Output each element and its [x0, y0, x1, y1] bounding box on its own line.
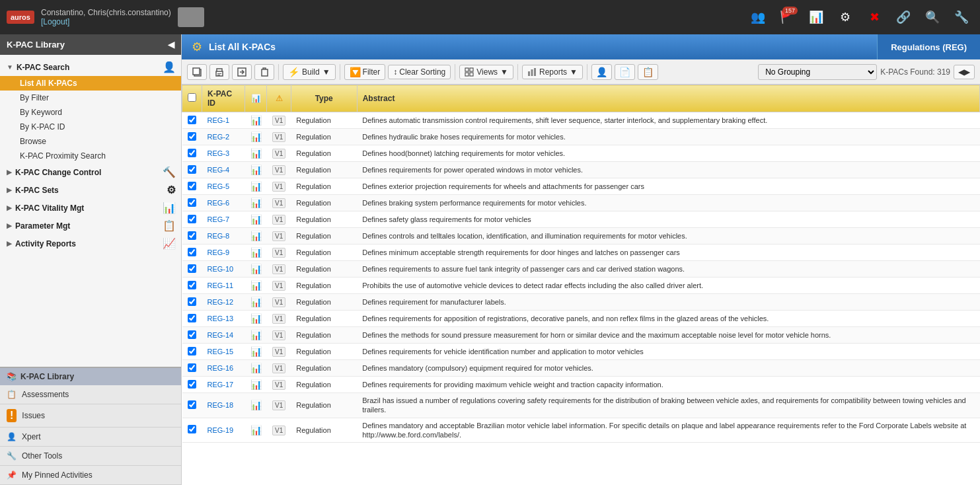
build-dropdown[interactable]: ⚡ Build ▼: [283, 64, 336, 80]
share-icon[interactable]: 🔗: [891, 5, 915, 29]
row-checkbox[interactable]: [188, 281, 196, 289]
sidebar-collapse-icon[interactable]: ◀: [168, 40, 174, 50]
kpac-id-link[interactable]: REG-13: [207, 315, 234, 322]
kpac-id-link[interactable]: REG-6: [207, 199, 230, 207]
row-checkbox[interactable]: [188, 132, 196, 141]
row-checkbox[interactable]: [188, 198, 196, 207]
row-checkbox[interactable]: [188, 215, 196, 223]
kpac-library-icon: 📚: [7, 372, 17, 381]
kpac-id-link[interactable]: REG-10: [207, 265, 234, 273]
row-checkbox[interactable]: [188, 347, 196, 355]
clear-sorting-button[interactable]: ↕ Clear Sorting: [388, 65, 451, 79]
sidebar-item-by-keyword[interactable]: By Keyword: [0, 105, 181, 120]
sidebar-item-other-tools[interactable]: 🔧 Other Tools: [0, 447, 181, 466]
doc2-button[interactable]: 📋: [638, 64, 658, 80]
narrow-icon: ◀▶: [958, 67, 970, 77]
sidebar-item-kpac-search[interactable]: ▼ K-PAC Search 👤: [0, 58, 181, 76]
grouping-select[interactable]: No Grouping By Type By Status: [758, 64, 877, 80]
kpac-id-cell: REG-14: [202, 327, 245, 344]
sidebar-item-browse[interactable]: Browse: [0, 134, 181, 149]
kpac-id-link[interactable]: REG-19: [207, 426, 234, 434]
chart-icon[interactable]: 📊: [804, 5, 828, 29]
row-ktype-cell: Regulation: [291, 129, 357, 145]
sidebar-item-parameter-mgt[interactable]: ▶ Parameter Mgt 📋: [0, 217, 181, 235]
row-flag-cell: 📊: [245, 228, 267, 244]
logout-link[interactable]: [Logout]: [41, 17, 69, 26]
sidebar-item-kpac-vitality-mgt[interactable]: ▶ K-PAC Vitality Mgt 📊: [0, 199, 181, 217]
kpac-id-link[interactable]: REG-18: [207, 401, 234, 409]
v1-badge: V1: [272, 347, 285, 357]
doc-button[interactable]: 📄: [615, 64, 635, 80]
row-checkbox[interactable]: [188, 165, 196, 174]
sidebar-item-kpac-change-control[interactable]: ▶ K-PAC Change Control 🔨: [0, 163, 181, 181]
kpac-id-link[interactable]: REG-3: [207, 149, 230, 157]
search-zoom-icon[interactable]: 🔍: [921, 5, 944, 29]
kpac-id-link[interactable]: REG-4: [207, 166, 230, 174]
kpac-id-link[interactable]: REG-11: [207, 281, 234, 289]
row-checkbox[interactable]: [188, 400, 196, 409]
row-checkbox[interactable]: [188, 116, 196, 124]
print-button[interactable]: [209, 64, 229, 80]
kpac-id-cell: REG-4: [202, 162, 245, 178]
kpac-id-link[interactable]: REG-7: [207, 215, 230, 223]
row-checkbox[interactable]: [188, 363, 196, 372]
row-checkbox[interactable]: [188, 248, 196, 256]
copy-button[interactable]: [187, 64, 207, 80]
kpac-id-link[interactable]: REG-17: [207, 381, 234, 389]
row-flag-icon: 📊: [250, 280, 262, 291]
kpac-id-link[interactable]: REG-16: [207, 364, 234, 372]
kpac-id-link[interactable]: REG-12: [207, 298, 234, 306]
row-checkbox[interactable]: [188, 149, 196, 157]
row-checkbox[interactable]: [188, 330, 196, 339]
export-button[interactable]: [232, 64, 252, 80]
table-container[interactable]: K-PAC ID 📊 ⚠ Type Abstract REG-1 📊: [182, 85, 980, 485]
sidebar-item-kpac-proximity-search[interactable]: K-PAC Proximity Search: [0, 149, 181, 163]
row-flag-cell: 📊: [245, 211, 267, 228]
sidebar-item-kpac-sets[interactable]: ▶ K-PAC Sets ⚙: [0, 181, 181, 199]
row-flag-icon: 📊: [250, 264, 262, 274]
kpac-id-link[interactable]: REG-5: [207, 182, 230, 190]
user-action-button[interactable]: 👤: [591, 64, 612, 80]
paste-button[interactable]: [254, 64, 274, 80]
reports-dropdown[interactable]: Reports ▼: [522, 65, 583, 79]
row-checkbox[interactable]: [188, 182, 196, 190]
kpac-id-link[interactable]: REG-2: [207, 133, 230, 141]
row-checkbox[interactable]: [188, 264, 196, 273]
row-checkbox[interactable]: [188, 425, 196, 433]
sidebar-item-list-all-kpacs[interactable]: List All K-PACs: [0, 76, 181, 91]
red-x-icon[interactable]: ✖: [862, 5, 886, 29]
build-label: Build: [302, 67, 320, 77]
filter-button[interactable]: 🔽 Filter: [344, 64, 386, 80]
row-abstract-cell: Defines requirements for apposition of r…: [357, 311, 979, 327]
table-row: REG-15 📊 V1 Regulation Defines requireme…: [182, 344, 980, 360]
row-checkbox[interactable]: [188, 297, 196, 306]
select-all-checkbox[interactable]: [188, 93, 196, 102]
sidebar-item-pinned-activities[interactable]: 📌 My Pinned Activities: [0, 466, 181, 485]
sidebar-item-by-filter[interactable]: By Filter: [0, 91, 181, 105]
kpac-id-link[interactable]: REG-9: [207, 248, 230, 256]
row-flag-cell: 📊: [245, 244, 267, 261]
row-flag-cell: 📊: [245, 178, 267, 195]
sidebar-item-by-kpac-id[interactable]: By K-PAC ID: [0, 120, 181, 134]
row-checkbox[interactable]: [188, 380, 196, 389]
sidebar-item-activity-reports[interactable]: ▶ Activity Reports 📈: [0, 235, 181, 252]
kpac-id-link[interactable]: REG-14: [207, 331, 234, 339]
sidebar-item-xpert[interactable]: 👤 Xpert: [0, 428, 181, 447]
kpac-id-link[interactable]: REG-15: [207, 348, 234, 355]
kpac-id-link[interactable]: REG-1: [207, 116, 230, 124]
row-ktype-cell: Regulation: [291, 311, 357, 327]
settings-gear-icon[interactable]: ⚙: [833, 5, 857, 29]
flag-icon[interactable]: 🚩157: [775, 5, 799, 29]
kpac-id-link[interactable]: REG-8: [207, 232, 230, 240]
users-icon[interactable]: 👥: [746, 5, 770, 29]
search-bar[interactable]: [178, 7, 204, 27]
sidebar-item-assessments[interactable]: 📋 Assessments: [0, 385, 181, 404]
sidebar-item-issues[interactable]: ! Issues: [0, 404, 181, 428]
v1-badge: V1: [272, 248, 285, 258]
views-dropdown[interactable]: Views ▼: [459, 65, 513, 79]
app-logo: auros: [7, 11, 34, 24]
tools-wrench-icon[interactable]: 🔧: [950, 5, 973, 29]
narrow-button[interactable]: ◀▶: [954, 65, 975, 79]
row-checkbox[interactable]: [188, 314, 196, 322]
row-checkbox[interactable]: [188, 231, 196, 240]
